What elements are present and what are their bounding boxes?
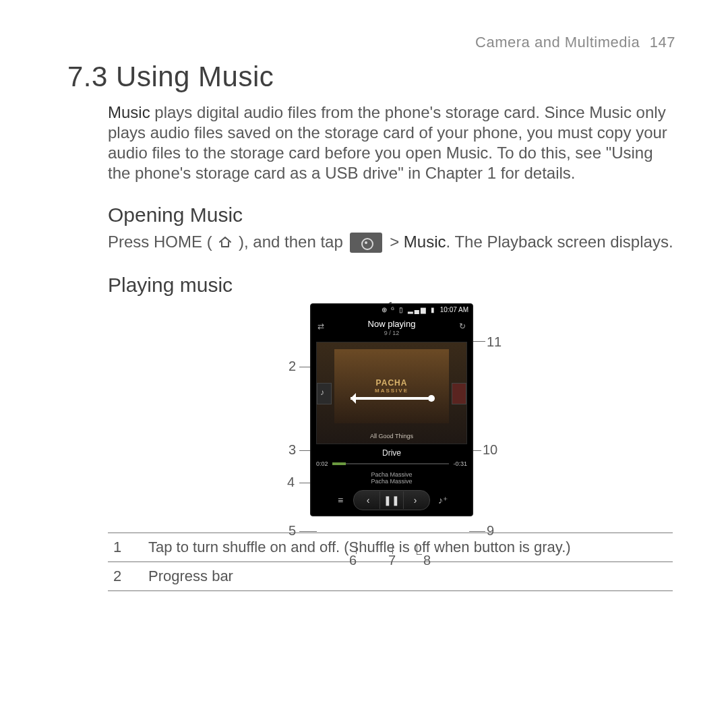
opening-music-heading: Opening Music: [108, 204, 675, 226]
home-icon: [218, 232, 233, 255]
opening-tail: . The Playback screen displays.: [446, 233, 673, 251]
leader-7: [392, 543, 393, 554]
app-launcher-icon: [350, 233, 382, 253]
leader-6v: [356, 543, 357, 554]
cover-line2: MASSIVE: [375, 388, 408, 394]
play-pause-button[interactable]: ❚❚: [380, 491, 403, 509]
album-art-area[interactable]: PACHA MASSIVE All Good Things: [316, 342, 467, 444]
manual-page: Camera and Multimedia 147 7.3 Using Musi…: [0, 0, 728, 728]
track-info: Drive: [311, 444, 473, 459]
library-button[interactable]: ♪⁺: [434, 491, 452, 509]
next-button[interactable]: ›: [403, 491, 427, 509]
cover-caption: All Good Things: [317, 433, 466, 439]
callout-10: 10: [483, 442, 497, 458]
playback-figure: 1 2 3 4 5 6 7 8 9 10 11: [267, 303, 516, 516]
callout-9: 9: [487, 523, 494, 539]
cover-line1: PACHA: [376, 378, 408, 388]
artist-info: Pacha Massive Pacha Massive: [311, 471, 473, 486]
intro-paragraph: Music plays digital audio files from the…: [108, 102, 675, 183]
chapter-name: Camera and Multimedia: [475, 34, 640, 51]
status-time: 10:07 AM: [440, 306, 468, 313]
callout-2: 2: [289, 359, 296, 374]
callout-6: 6: [349, 553, 357, 568]
intro-lead: Music: [108, 103, 150, 121]
callout-8: 8: [423, 553, 431, 568]
running-header: Camera and Multimedia 147: [67, 34, 675, 51]
gt: >: [390, 233, 404, 251]
callout-11: 11: [487, 334, 502, 350]
section-body: Music plays digital audio files from the…: [108, 102, 675, 516]
section-title: 7.3 Using Music: [67, 61, 675, 93]
prev-album-thumb[interactable]: [317, 383, 332, 404]
repeat-icon[interactable]: ↻: [456, 320, 468, 332]
callout-3: 3: [289, 442, 296, 458]
track-counter: 9 / 12: [311, 330, 473, 336]
music-label: Music: [404, 233, 446, 251]
status-icons: ⊕ ᴳ ▯ ▂▄▆ ▮: [382, 306, 436, 313]
prev-button[interactable]: ‹: [357, 491, 380, 509]
now-playing-header: ⇄ Now playing 9 / 12 ↻: [311, 316, 473, 339]
legend-num: 1: [108, 539, 148, 556]
progress-bar[interactable]: [332, 463, 450, 464]
opening-music-text: Press HOME ( ), and then tap > Music. Th…: [108, 231, 675, 255]
album-name: Pacha Massive: [311, 478, 473, 485]
next-album-thumb[interactable]: [452, 383, 466, 404]
leader-8h: [417, 554, 422, 555]
time-elapsed: 0:02: [316, 460, 328, 467]
playlist-button[interactable]: ≡: [332, 491, 349, 509]
now-playing-title: Now playing: [311, 319, 473, 329]
legend-text: Tap to turn shuffle on and off. (Shuffle…: [148, 539, 673, 556]
intro-rest: plays digital audio files from the phone…: [108, 103, 667, 182]
track-title: Drive: [311, 448, 473, 458]
leader-5: [299, 531, 317, 532]
opening-press: Press HOME (: [108, 233, 216, 251]
opening-close-paren: ), and then tap: [239, 233, 347, 251]
artist-name: Pacha Massive: [311, 471, 473, 478]
leader-9: [469, 531, 485, 532]
phone-mock: ⊕ ᴳ ▯ ▂▄▆ ▮ 10:07 AM ⇄ Now playing 9 / 1…: [310, 303, 473, 516]
callout-7: 7: [388, 553, 396, 568]
album-art: PACHA MASSIVE: [334, 349, 449, 423]
transport-pill: ‹ ❚❚ ›: [353, 490, 430, 510]
status-bar: ⊕ ᴳ ▯ ▂▄▆ ▮ 10:07 AM: [311, 304, 473, 316]
playing-music-heading: Playing music: [108, 274, 675, 297]
callout-4: 4: [287, 475, 295, 490]
legend-num: 2: [108, 568, 148, 585]
callout-5: 5: [289, 523, 296, 539]
time-remaining: -0:31: [453, 460, 467, 467]
page-number: 147: [650, 34, 675, 51]
swipe-arrow-icon: [351, 397, 433, 400]
leader-8v: [417, 543, 417, 554]
legend-text: Progress bar: [148, 568, 673, 585]
playback-controls: ≡ ‹ ❚❚ › ♪⁺: [311, 486, 473, 516]
progress-row: 0:02 -0:31: [311, 459, 473, 471]
shuffle-icon[interactable]: ⇄: [315, 320, 327, 332]
